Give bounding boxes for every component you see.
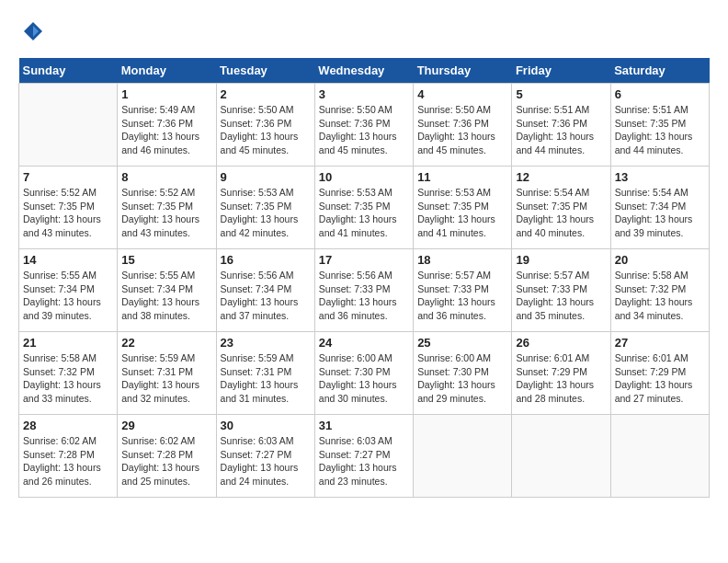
weekday-header-friday: Friday <box>512 58 610 84</box>
day-number: 28 <box>23 419 113 432</box>
day-info: Sunrise: 5:51 AM Sunset: 7:35 PM Dayligh… <box>615 103 705 157</box>
calendar-cell: 18Sunrise: 5:57 AM Sunset: 7:33 PM Dayli… <box>414 249 512 332</box>
calendar-cell: 14Sunrise: 5:55 AM Sunset: 7:34 PM Dayli… <box>19 249 118 332</box>
day-info: Sunrise: 6:03 AM Sunset: 7:27 PM Dayligh… <box>221 434 311 488</box>
weekday-header-row: SundayMondayTuesdayWednesdayThursdayFrid… <box>19 58 710 84</box>
day-number: 25 <box>417 336 507 350</box>
day-number: 24 <box>319 336 409 350</box>
day-number: 22 <box>121 336 211 350</box>
day-info: Sunrise: 5:52 AM Sunset: 7:35 PM Dayligh… <box>23 186 113 240</box>
day-number: 6 <box>615 87 705 101</box>
calendar-cell: 20Sunrise: 5:58 AM Sunset: 7:32 PM Dayli… <box>610 249 709 332</box>
day-info: Sunrise: 5:54 AM Sunset: 7:34 PM Dayligh… <box>615 186 705 240</box>
day-info: Sunrise: 5:56 AM Sunset: 7:34 PM Dayligh… <box>221 269 311 323</box>
calendar-cell: 4Sunrise: 5:50 AM Sunset: 7:36 PM Daylig… <box>414 84 512 167</box>
day-info: Sunrise: 5:58 AM Sunset: 7:32 PM Dayligh… <box>23 351 113 406</box>
day-info: Sunrise: 6:02 AM Sunset: 7:28 PM Dayligh… <box>23 434 113 488</box>
weekday-header-monday: Monday <box>118 58 216 84</box>
calendar-cell <box>19 84 118 167</box>
day-number: 12 <box>516 170 606 184</box>
week-row-1: 1Sunrise: 5:49 AM Sunset: 7:36 PM Daylig… <box>19 84 710 167</box>
calendar-cell: 28Sunrise: 6:02 AM Sunset: 7:28 PM Dayli… <box>19 415 118 498</box>
calendar-cell: 6Sunrise: 5:51 AM Sunset: 7:35 PM Daylig… <box>610 84 709 167</box>
calendar-cell: 2Sunrise: 5:50 AM Sunset: 7:36 PM Daylig… <box>216 84 314 167</box>
calendar-cell: 1Sunrise: 5:49 AM Sunset: 7:36 PM Daylig… <box>118 84 216 167</box>
calendar-cell: 29Sunrise: 6:02 AM Sunset: 7:28 PM Dayli… <box>118 415 216 498</box>
weekday-header-saturday: Saturday <box>610 58 709 84</box>
calendar-cell: 30Sunrise: 6:03 AM Sunset: 7:27 PM Dayli… <box>216 415 314 498</box>
day-info: Sunrise: 5:51 AM Sunset: 7:36 PM Dayligh… <box>516 103 606 157</box>
day-info: Sunrise: 5:50 AM Sunset: 7:36 PM Dayligh… <box>221 103 311 157</box>
calendar-cell: 16Sunrise: 5:56 AM Sunset: 7:34 PM Dayli… <box>216 249 314 332</box>
calendar-cell: 5Sunrise: 5:51 AM Sunset: 7:36 PM Daylig… <box>512 84 610 167</box>
day-info: Sunrise: 6:00 AM Sunset: 7:30 PM Dayligh… <box>417 351 507 406</box>
day-number: 20 <box>615 253 705 267</box>
logo-icon <box>20 18 46 44</box>
day-number: 1 <box>121 87 211 101</box>
day-info: Sunrise: 6:01 AM Sunset: 7:29 PM Dayligh… <box>516 351 606 406</box>
day-number: 11 <box>417 170 507 184</box>
day-info: Sunrise: 5:56 AM Sunset: 7:33 PM Dayligh… <box>319 269 409 323</box>
day-number: 27 <box>615 336 705 350</box>
day-info: Sunrise: 6:02 AM Sunset: 7:28 PM Dayligh… <box>121 434 211 488</box>
day-info: Sunrise: 6:01 AM Sunset: 7:29 PM Dayligh… <box>615 351 705 406</box>
day-info: Sunrise: 5:59 AM Sunset: 7:31 PM Dayligh… <box>121 351 211 406</box>
day-number: 19 <box>516 253 606 267</box>
day-info: Sunrise: 5:57 AM Sunset: 7:33 PM Dayligh… <box>516 269 606 323</box>
calendar-cell <box>610 415 709 498</box>
calendar-cell: 25Sunrise: 6:00 AM Sunset: 7:30 PM Dayli… <box>414 332 512 415</box>
day-number: 5 <box>516 87 606 101</box>
week-row-5: 28Sunrise: 6:02 AM Sunset: 7:28 PM Dayli… <box>19 415 710 498</box>
week-row-3: 14Sunrise: 5:55 AM Sunset: 7:34 PM Dayli… <box>19 249 710 332</box>
day-number: 4 <box>417 87 507 101</box>
calendar-cell: 12Sunrise: 5:54 AM Sunset: 7:35 PM Dayli… <box>512 167 610 249</box>
calendar-cell: 11Sunrise: 5:53 AM Sunset: 7:35 PM Dayli… <box>414 167 512 249</box>
day-number: 21 <box>23 336 113 350</box>
calendar-cell: 19Sunrise: 5:57 AM Sunset: 7:33 PM Dayli… <box>512 249 610 332</box>
day-info: Sunrise: 5:57 AM Sunset: 7:33 PM Dayligh… <box>417 269 507 323</box>
calendar-cell <box>512 415 610 498</box>
weekday-header-wednesday: Wednesday <box>314 58 413 84</box>
day-info: Sunrise: 5:50 AM Sunset: 7:36 PM Dayligh… <box>319 103 409 157</box>
calendar-cell <box>414 415 512 498</box>
day-number: 16 <box>221 253 311 267</box>
calendar-cell: 27Sunrise: 6:01 AM Sunset: 7:29 PM Dayli… <box>610 332 709 415</box>
calendar-cell: 15Sunrise: 5:55 AM Sunset: 7:34 PM Dayli… <box>118 249 216 332</box>
calendar-cell: 26Sunrise: 6:01 AM Sunset: 7:29 PM Dayli… <box>512 332 610 415</box>
day-info: Sunrise: 6:00 AM Sunset: 7:30 PM Dayligh… <box>319 351 409 406</box>
calendar-cell: 31Sunrise: 6:03 AM Sunset: 7:27 PM Dayli… <box>314 415 413 498</box>
day-info: Sunrise: 5:53 AM Sunset: 7:35 PM Dayligh… <box>319 186 409 240</box>
calendar-cell: 3Sunrise: 5:50 AM Sunset: 7:36 PM Daylig… <box>314 84 413 167</box>
week-row-4: 21Sunrise: 5:58 AM Sunset: 7:32 PM Dayli… <box>19 332 710 415</box>
day-number: 13 <box>615 170 705 184</box>
day-info: Sunrise: 5:55 AM Sunset: 7:34 PM Dayligh… <box>121 269 211 323</box>
day-info: Sunrise: 5:52 AM Sunset: 7:35 PM Dayligh… <box>121 186 211 240</box>
day-info: Sunrise: 5:53 AM Sunset: 7:35 PM Dayligh… <box>417 186 507 240</box>
calendar-cell: 24Sunrise: 6:00 AM Sunset: 7:30 PM Dayli… <box>314 332 413 415</box>
day-number: 26 <box>516 336 606 350</box>
weekday-header-thursday: Thursday <box>414 58 512 84</box>
day-number: 10 <box>319 170 409 184</box>
day-number: 8 <box>121 170 211 184</box>
page-header <box>18 18 710 49</box>
day-number: 29 <box>121 419 211 432</box>
day-info: Sunrise: 5:54 AM Sunset: 7:35 PM Dayligh… <box>516 186 606 240</box>
day-number: 30 <box>221 419 311 432</box>
day-info: Sunrise: 6:03 AM Sunset: 7:27 PM Dayligh… <box>319 434 409 488</box>
day-info: Sunrise: 5:58 AM Sunset: 7:32 PM Dayligh… <box>615 269 705 323</box>
day-number: 18 <box>417 253 507 267</box>
calendar-cell: 10Sunrise: 5:53 AM Sunset: 7:35 PM Dayli… <box>314 167 413 249</box>
day-number: 2 <box>221 87 311 101</box>
day-info: Sunrise: 5:53 AM Sunset: 7:35 PM Dayligh… <box>221 186 311 240</box>
calendar-cell: 7Sunrise: 5:52 AM Sunset: 7:35 PM Daylig… <box>19 167 118 249</box>
calendar-cell: 21Sunrise: 5:58 AM Sunset: 7:32 PM Dayli… <box>19 332 118 415</box>
day-number: 3 <box>319 87 409 101</box>
logo <box>18 18 46 49</box>
calendar-table: SundayMondayTuesdayWednesdayThursdayFrid… <box>18 58 710 498</box>
day-number: 23 <box>221 336 311 350</box>
day-number: 31 <box>319 419 409 432</box>
day-number: 9 <box>221 170 311 184</box>
day-number: 17 <box>319 253 409 267</box>
day-info: Sunrise: 5:50 AM Sunset: 7:36 PM Dayligh… <box>417 103 507 157</box>
weekday-header-tuesday: Tuesday <box>216 58 314 84</box>
